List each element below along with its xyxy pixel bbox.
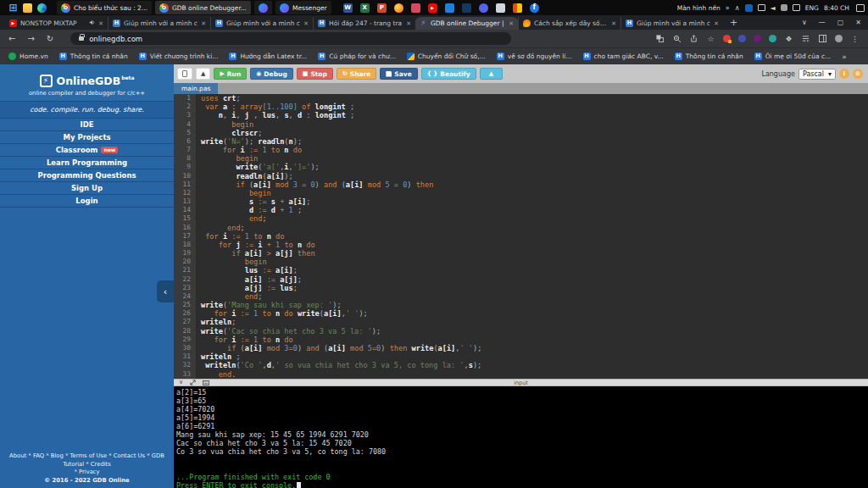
footer-links-line1[interactable]: About * FAQ * Blog * Terms of Use * Cont… (0, 452, 174, 469)
logo[interactable]: ⚡ OnlineGDBbeta (40, 75, 135, 87)
pinned-firefox-icon[interactable] (394, 3, 403, 13)
file-explorer-icon[interactable] (23, 3, 32, 13)
browser-tab[interactable]: HGiúp mình với a mình c✕ (210, 17, 313, 30)
pinned-powerpoint-icon[interactable] (377, 3, 387, 13)
tab-close-icon[interactable]: ✕ (509, 20, 514, 27)
taskbar-window-button[interactable] (254, 1, 272, 14)
pinned-vscode-icon[interactable] (462, 3, 471, 13)
input-language-label[interactable]: ENG (805, 4, 819, 12)
sidebar-item-classroom[interactable]: Classroomnew (0, 144, 174, 157)
back-icon[interactable]: ← (8, 34, 15, 43)
browser-tab[interactable]: Cách sắp xếp dãy số tă✕ (518, 17, 620, 30)
pinned-excel-icon[interactable] (360, 3, 370, 13)
omnibox[interactable]: onlinegdb.com (70, 32, 511, 45)
zoom-icon[interactable] (672, 34, 682, 43)
translate-icon[interactable] (655, 34, 665, 43)
edge-icon[interactable] (37, 3, 47, 13)
speaker-icon[interactable]: ◄ (771, 4, 776, 12)
stop-button[interactable]: ■Stop (297, 68, 333, 80)
code-editor[interactable]: 1uses crt;2 var a : array[1..100] of lon… (174, 94, 868, 379)
browser-tab[interactable]: HHỏi đáp 247 - trang tra✕ (313, 17, 415, 30)
tab-close-icon[interactable]: ✕ (611, 20, 616, 27)
minimize-icon[interactable]: — (819, 19, 826, 26)
share-icon[interactable] (689, 34, 698, 43)
sidebar-item-ide[interactable]: IDE (0, 119, 174, 131)
tray-overflow-icon[interactable]: » (726, 4, 730, 12)
file-tab[interactable]: main.pas (174, 83, 218, 94)
tab-close-icon[interactable]: ✕ (714, 20, 719, 27)
bookmark-item[interactable]: HThông tin cá nhân (59, 53, 128, 60)
menu-icon[interactable]: ⋮ (850, 34, 860, 43)
pinned-youtube-icon[interactable] (428, 3, 437, 13)
side-panel-icon[interactable] (818, 34, 827, 43)
tab-close-icon[interactable]: ✕ (201, 20, 206, 27)
tab-audio-icon[interactable] (89, 19, 95, 27)
download-button[interactable]: ▲ (480, 68, 503, 80)
pinned-photos-icon[interactable] (496, 3, 505, 13)
close-icon[interactable]: ✕ (855, 19, 861, 26)
playlist-icon[interactable] (801, 34, 810, 43)
battery-icon[interactable] (758, 4, 765, 11)
new-tab-button[interactable]: + (730, 17, 737, 28)
bookmark-item[interactable]: Home.vn (8, 53, 48, 60)
tray-chevron-icon[interactable]: ∧ (735, 4, 740, 12)
language-select[interactable]: Pascal▾ (798, 69, 836, 80)
tab-close-icon[interactable]: ✕ (303, 20, 309, 27)
bookmark-item[interactable]: HThông tin cá nhân (675, 53, 743, 60)
bookmark-item[interactable]: Chuyển đổi Chữ số,... (407, 53, 486, 60)
console-output[interactable]: a[2]=15a[3]=65a[4]=7020a[5]=1994a[6]=629… (174, 386, 868, 488)
show-desktop-label[interactable]: Màn hình nền (677, 4, 721, 12)
info-button[interactable]: i (839, 69, 849, 79)
tray-app-icon[interactable] (745, 4, 753, 12)
pinned-media-icon[interactable] (445, 3, 454, 13)
sidebar-item-login[interactable]: Login (0, 195, 174, 208)
maximize-icon[interactable]: ▢ (837, 19, 844, 26)
lock-icon[interactable] (79, 36, 84, 41)
pinned-office-icon[interactable] (513, 3, 522, 13)
bookmark-item[interactable]: HHướng dẫn Latex tr... (229, 53, 307, 60)
bookmark-item[interactable]: HÔi mẹ ơi 50đ của c... (754, 53, 832, 60)
tab-close-icon[interactable]: ✕ (406, 20, 411, 27)
save-button[interactable]: Save (380, 68, 417, 80)
clock-label[interactable]: 8:40 CH (824, 4, 849, 12)
pinned-discord-icon[interactable] (479, 3, 488, 13)
ext-download-icon[interactable] (723, 35, 731, 42)
beautify-button[interactable]: { }Beautify (421, 68, 476, 80)
debug-button[interactable]: ◉Debug (250, 68, 293, 80)
browser-tab[interactable]: ▶NONSTOP MIXTAP✕ (5, 17, 108, 30)
notification-center-icon[interactable] (856, 4, 865, 12)
profile-icon[interactable] (835, 35, 843, 42)
pinned-facebook-icon[interactable] (530, 3, 539, 13)
pinned-teams-icon[interactable] (411, 3, 420, 13)
bookmark-item[interactable]: HViết chương trình ki... (139, 53, 219, 60)
new-file-button[interactable] (177, 68, 192, 80)
url-text[interactable]: onlinegdb.com (89, 35, 142, 43)
share-button[interactable]: ↻Share (337, 68, 376, 80)
tab-close-icon[interactable]: ✕ (98, 20, 103, 27)
keyboard-icon[interactable] (793, 4, 800, 11)
sidebar-item-my-projects[interactable]: My Projects (0, 131, 174, 144)
taskbar-window-button[interactable]: Messenger (275, 1, 331, 14)
sidebar-item-learn-programming[interactable]: Learn Programming (0, 157, 174, 169)
taskbar-window-button[interactable]: Cho biểu thức sau : 2... (57, 1, 152, 14)
pinned-word-icon[interactable] (343, 3, 353, 13)
browser-tab[interactable]: HGiúp mình với a mình c✕ (620, 17, 723, 30)
bookmark-star-icon[interactable]: ☆ (706, 34, 715, 43)
ext-docs-icon[interactable] (738, 35, 746, 42)
taskbar-window-button[interactable]: GDB online Debugger... (155, 1, 251, 14)
bookmarks-overflow-icon[interactable]: » (842, 53, 847, 61)
bookmark-item[interactable]: Hvẽ sơ đồ nguyên lí... (497, 53, 572, 60)
open-file-button[interactable]: ▲ (196, 68, 210, 80)
browser-tab[interactable]: HGiúp mình với a mình c✕ (108, 17, 210, 30)
bookmark-item[interactable]: HCú pháp for và chư... (318, 53, 396, 60)
settings-gear-button[interactable]: ⚙ (853, 69, 863, 79)
footer-links-line2[interactable]: * Privacy (0, 469, 174, 477)
bookmark-item[interactable]: Hcho tam giác ABC, v... (583, 53, 664, 60)
wifi-icon[interactable] (781, 4, 787, 11)
extensions-icon[interactable]: ❖ (784, 34, 793, 43)
reload-icon[interactable]: ↻ (47, 34, 53, 43)
tab-search-icon[interactable]: ∨ (802, 19, 807, 26)
browser-tab[interactable]: ⚡GDB online Debugger |✕ (415, 17, 518, 30)
run-button[interactable]: ▶Run (214, 68, 247, 80)
sidebar-item-sign-up[interactable]: Sign Up (0, 182, 174, 195)
